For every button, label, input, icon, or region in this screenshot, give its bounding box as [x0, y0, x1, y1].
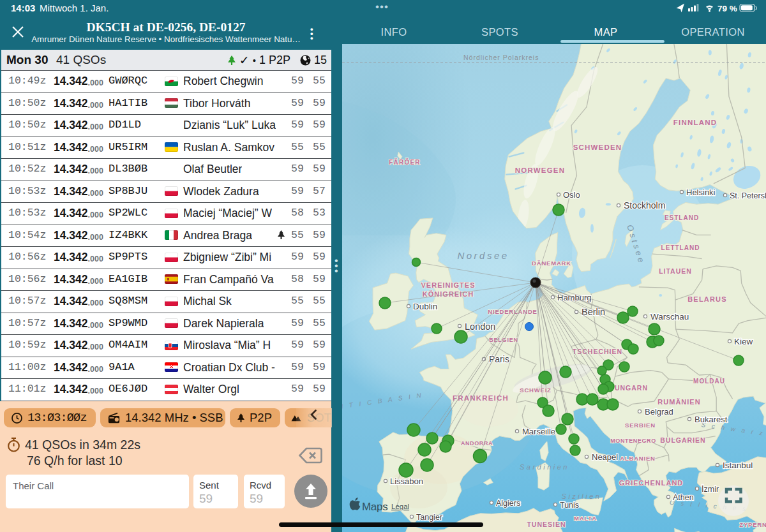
svg-text:Sizilien: Sizilien — [562, 492, 602, 500]
svg-text:LITAUEN: LITAUEN — [659, 267, 692, 275]
svg-text:MOLDAU: MOLDAU — [693, 378, 725, 385]
svg-text:NIEDERLANDE: NIEDERLANDE — [488, 308, 537, 315]
svg-text:İzmir: İzmir — [702, 485, 719, 494]
svg-text:NORWEGEN: NORWEGEN — [515, 166, 565, 174]
svg-text:Warschau: Warschau — [650, 312, 689, 321]
svg-text:Legal: Legal — [391, 503, 409, 510]
svg-text:KÖNIGREICH: KÖNIGREICH — [423, 290, 474, 298]
svg-text:BULGARIEN: BULGARIEN — [660, 436, 705, 444]
svg-text:BELARUS: BELARUS — [687, 295, 727, 303]
svg-text:RUMÄNIEN: RUMÄNIEN — [657, 398, 700, 406]
svg-text:Bukarest: Bukarest — [695, 415, 728, 424]
svg-text:Sardinien: Sardinien — [520, 463, 569, 471]
svg-text:TSCHECHIEN: TSCHECHIEN — [573, 348, 622, 355]
svg-text:Belgrad: Belgrad — [645, 407, 673, 417]
svg-text:Nordsee: Nordsee — [457, 250, 509, 261]
svg-text:Tangier: Tangier — [416, 513, 442, 522]
svg-text:Nördlicher Polarkreis: Nördlicher Polarkreis — [463, 54, 539, 61]
svg-text:Algiers: Algiers — [496, 499, 520, 508]
svg-text:Dublin: Dublin — [413, 302, 437, 311]
svg-text:Marseille: Marseille — [522, 427, 555, 436]
svg-text:ANDORRA: ANDORRA — [461, 440, 493, 447]
svg-text:79 %: 79 % — [717, 4, 737, 13]
svg-text:UNGARN: UNGARN — [615, 384, 648, 392]
svg-text:St. Petersb: St. Petersb — [730, 191, 766, 200]
svg-text:TUNESIEN: TUNESIEN — [527, 521, 566, 528]
svg-text:SCHWEDEN: SCHWEDEN — [573, 144, 622, 151]
svg-text:Helsinki: Helsinki — [686, 188, 716, 197]
svg-text:DÄNEMARK: DÄNEMARK — [532, 260, 571, 267]
svg-text:LETTLAND: LETTLAND — [661, 244, 700, 251]
svg-text:Maps: Maps — [362, 501, 387, 513]
svg-text:GRIECHENLAND: GRIECHENLAND — [619, 479, 684, 487]
svg-text:Athen: Athen — [673, 493, 694, 502]
svg-text:FÄRÖER: FÄRÖER — [389, 158, 420, 166]
svg-text:Lissabon: Lissabon — [390, 477, 423, 486]
svg-text:Tunis: Tunis — [560, 501, 579, 510]
svg-text:ESTLAND: ESTLAND — [665, 214, 699, 221]
svg-text:Istanbul: Istanbul — [723, 461, 753, 470]
svg-text:Stockholm: Stockholm — [624, 200, 665, 211]
svg-text:SERBIEN: SERBIEN — [625, 422, 656, 429]
svg-text:MALTA: MALTA — [574, 515, 597, 522]
svg-text:MONTENEGRO: MONTENEGRO — [610, 438, 656, 444]
svg-text:ZYPERN: ZYPERN — [739, 521, 766, 528]
svg-text:Neapel: Neapel — [592, 452, 618, 462]
svg-text:Kiew: Kiew — [734, 337, 753, 346]
svg-text:VEREINIGTES: VEREINIGTES — [421, 281, 476, 289]
svg-text:FINNLAND: FINNLAND — [673, 119, 717, 126]
svg-text:ALBANIEN: ALBANIEN — [620, 455, 655, 462]
svg-text:Oslo: Oslo — [563, 190, 580, 200]
